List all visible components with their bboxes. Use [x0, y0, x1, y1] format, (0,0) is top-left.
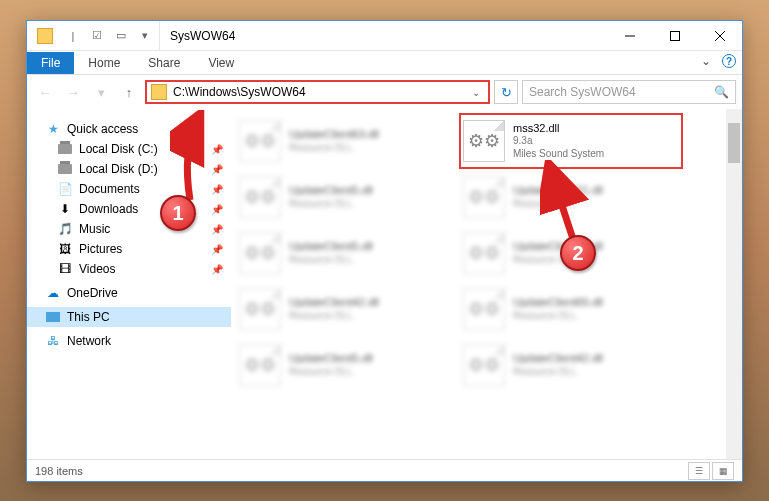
- window-controls: [607, 21, 742, 50]
- file-version: 9.3a: [513, 135, 604, 148]
- pin-icon: 📌: [211, 224, 223, 235]
- tab-home[interactable]: Home: [74, 52, 134, 74]
- view-icons-button[interactable]: ▦: [712, 462, 734, 480]
- gear-icon: ⚙⚙: [468, 130, 500, 152]
- file-name: mss32.dll: [513, 122, 604, 136]
- disk-icon: [57, 141, 73, 157]
- gear-icon: ⚙⚙: [468, 186, 500, 208]
- sidebar-item-videos[interactable]: 🎞Videos📌: [27, 259, 231, 279]
- quick-access-toolbar: | ☑ ▭ ▾: [27, 21, 160, 50]
- thispc-icon: [45, 309, 61, 325]
- qat-customize-icon[interactable]: ▾: [135, 26, 155, 46]
- file-item[interactable]: ⚙⚙UpdateClient5.dllResource DLL: [235, 337, 459, 393]
- recent-dropdown-icon[interactable]: ▾: [89, 80, 113, 104]
- annotation-callout-2: 2: [560, 235, 596, 271]
- file-name: UpdateClient63.dll: [289, 128, 379, 142]
- gear-icon: ⚙⚙: [468, 242, 500, 264]
- file-info: UpdateClient65.dllResource DLL: [513, 296, 603, 322]
- content-area: ★ Quick access Local Disk (C:)📌 Local Di…: [27, 109, 742, 459]
- back-button[interactable]: ←: [33, 80, 57, 104]
- scrollbar-thumb[interactable]: [728, 123, 740, 163]
- sidebar-item-pictures[interactable]: 🖼Pictures📌: [27, 239, 231, 259]
- view-toggle: ☰ ▦: [688, 462, 734, 480]
- dll-file-icon: ⚙⚙: [239, 232, 281, 274]
- annotation-callout-1: 1: [160, 195, 196, 231]
- file-info: UpdateClient42.dllResource DLL: [513, 352, 603, 378]
- gear-icon: ⚙⚙: [244, 186, 276, 208]
- sidebar-item-label: Downloads: [79, 202, 138, 216]
- maximize-button[interactable]: [652, 21, 697, 50]
- disk-icon: [57, 161, 73, 177]
- dll-file-icon: ⚙⚙: [463, 120, 505, 162]
- music-icon: 🎵: [57, 221, 73, 237]
- sidebar-onedrive[interactable]: ☁OneDrive: [27, 283, 231, 303]
- svg-rect-1: [670, 31, 679, 40]
- status-bar: 198 items ☰ ▦: [27, 459, 742, 481]
- sidebar-item-label: Videos: [79, 262, 115, 276]
- search-placeholder: Search SysWOW64: [529, 85, 714, 99]
- ribbon-expand-icon[interactable]: ⌄: [698, 53, 714, 69]
- file-name: UpdateClient42.dll: [289, 296, 379, 310]
- titlebar: | ☑ ▭ ▾ SysWOW64: [27, 21, 742, 51]
- up-button[interactable]: ↑: [117, 80, 141, 104]
- search-icon: 🔍: [714, 85, 729, 99]
- sidebar-label: Quick access: [67, 122, 138, 136]
- sidebar-network[interactable]: 🖧Network: [27, 331, 231, 351]
- dll-file-icon: ⚙⚙: [463, 232, 505, 274]
- file-item[interactable]: ⚙⚙UpdateClient42.dllResource DLL: [459, 337, 683, 393]
- navigation-bar: ← → ▾ ↑ C:\Windows\SysWOW64 ⌄ ↻ Search S…: [27, 75, 742, 109]
- file-item[interactable]: ⚙⚙UpdateClient65.dllResource DLL: [459, 281, 683, 337]
- gear-icon: ⚙⚙: [244, 354, 276, 376]
- file-info: UpdateClient5.dllResource DLL: [289, 184, 373, 210]
- refresh-button[interactable]: ↻: [494, 80, 518, 104]
- sidebar-this-pc[interactable]: This PC: [27, 307, 231, 327]
- tab-share[interactable]: Share: [134, 52, 194, 74]
- file-info: UpdateClient5.dllResource DLL: [289, 352, 373, 378]
- file-info: UpdateClient63.dllResource DLL: [289, 128, 379, 154]
- file-list[interactable]: ⚙⚙UpdateClient63.dllResource DLL⚙⚙mss32.…: [231, 109, 726, 459]
- minimize-button[interactable]: [607, 21, 652, 50]
- folder-icon: [37, 28, 53, 44]
- sidebar-item-label: Music: [79, 222, 110, 236]
- file-view: ⚙⚙UpdateClient63.dllResource DLL⚙⚙mss32.…: [231, 109, 742, 459]
- address-folder-icon: [151, 84, 167, 100]
- dll-file-icon: ⚙⚙: [463, 288, 505, 330]
- file-type: Resource DLL: [289, 366, 373, 379]
- view-details-button[interactable]: ☰: [688, 462, 710, 480]
- file-item[interactable]: ⚙⚙UpdateClient63.dllResource DLL: [235, 113, 459, 169]
- file-type: Resource DLL: [289, 254, 373, 267]
- sidebar-label: Network: [67, 334, 111, 348]
- sidebar-label: This PC: [67, 310, 110, 324]
- file-type: Resource DLL: [513, 310, 603, 323]
- sidebar-item-music[interactable]: 🎵Music📌: [27, 219, 231, 239]
- sidebar-item-label: Documents: [79, 182, 140, 196]
- tab-view[interactable]: View: [194, 52, 248, 74]
- forward-button[interactable]: →: [61, 80, 85, 104]
- search-input[interactable]: Search SysWOW64 🔍: [522, 80, 736, 104]
- documents-icon: 📄: [57, 181, 73, 197]
- sidebar-item-label: Local Disk (D:): [79, 162, 158, 176]
- file-info: UpdateClient5.dllResource DLL: [289, 240, 373, 266]
- gear-icon: ⚙⚙: [244, 130, 276, 152]
- gear-icon: ⚙⚙: [244, 242, 276, 264]
- close-button[interactable]: [697, 21, 742, 50]
- file-name: UpdateClient5.dll: [289, 352, 373, 366]
- file-item[interactable]: ⚙⚙UpdateClient42.dllResource DLL: [235, 281, 459, 337]
- vertical-scrollbar[interactable]: [726, 109, 742, 459]
- onedrive-icon: ☁: [45, 285, 61, 301]
- address-bar[interactable]: C:\Windows\SysWOW64 ⌄: [145, 80, 490, 104]
- network-icon: 🖧: [45, 333, 61, 349]
- downloads-icon: ⬇: [57, 201, 73, 217]
- file-item[interactable]: ⚙⚙UpdateClient5.dllResource DLL: [235, 225, 459, 281]
- file-name: UpdateClient5.dll: [289, 184, 373, 198]
- qat-newfolder-icon[interactable]: ▭: [111, 26, 131, 46]
- tab-file[interactable]: File: [27, 52, 74, 74]
- star-icon: ★: [45, 121, 61, 137]
- qat-properties-icon[interactable]: ☑: [87, 26, 107, 46]
- gear-icon: ⚙⚙: [244, 298, 276, 320]
- file-type: Resource DLL: [289, 198, 373, 211]
- address-dropdown-icon[interactable]: ⌄: [468, 87, 484, 98]
- gear-icon: ⚙⚙: [468, 354, 500, 376]
- help-icon[interactable]: ?: [722, 54, 736, 68]
- file-item[interactable]: ⚙⚙UpdateClient5.dllResource DLL: [235, 169, 459, 225]
